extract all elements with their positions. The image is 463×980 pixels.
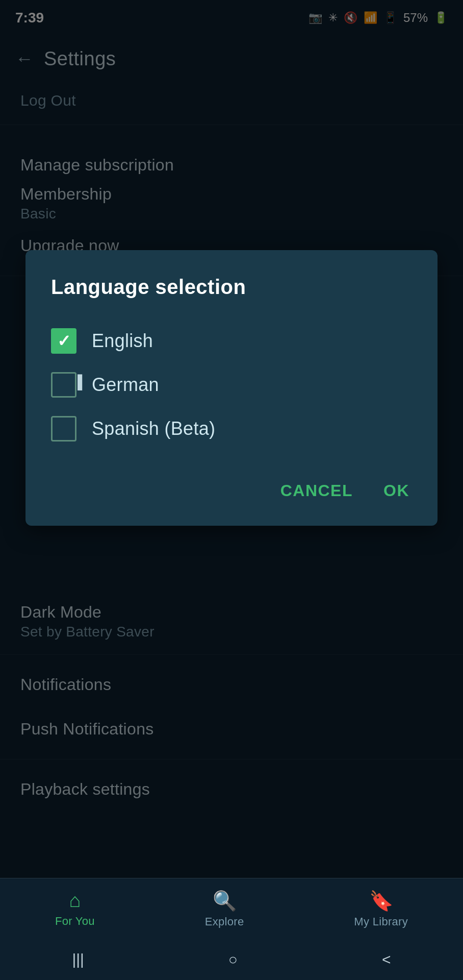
language-option-spanish[interactable]: Spanish (Beta) xyxy=(51,407,412,451)
home-button[interactable]: ○ xyxy=(228,951,238,968)
cancel-button[interactable]: CANCEL xyxy=(278,476,355,505)
checkbox-spanish[interactable] xyxy=(51,416,76,442)
language-label-german: German xyxy=(92,374,159,396)
system-navigation: ||| ○ < xyxy=(0,939,463,980)
language-dialog: Language selection ✓ English German ▌ Sp… xyxy=(25,250,438,526)
nav-label-my-library: My Library xyxy=(354,915,408,928)
checkmark-english: ✓ xyxy=(57,333,71,349)
recent-apps-button[interactable]: ||| xyxy=(72,951,84,968)
nav-item-for-you[interactable]: ⌂ For You xyxy=(55,890,95,928)
library-icon: 🔖 xyxy=(369,890,393,912)
back-nav-button[interactable]: < xyxy=(382,951,391,968)
dialog-actions: CANCEL OK xyxy=(51,466,412,505)
checkbox-german[interactable] xyxy=(51,372,76,398)
home-icon: ⌂ xyxy=(69,890,81,912)
nav-label-explore: Explore xyxy=(205,915,244,928)
language-label-english: English xyxy=(92,330,153,352)
nav-item-my-library[interactable]: 🔖 My Library xyxy=(354,890,408,928)
cursor-indicator: ▌ xyxy=(78,374,87,390)
dialog-title: Language selection xyxy=(51,276,412,299)
nav-label-for-you: For You xyxy=(55,915,95,928)
explore-icon: 🔍 xyxy=(213,890,237,912)
language-option-german[interactable]: German ▌ xyxy=(51,363,412,407)
nav-item-explore[interactable]: 🔍 Explore xyxy=(205,890,244,928)
checkbox-english[interactable]: ✓ xyxy=(51,328,76,354)
ok-button[interactable]: OK xyxy=(381,476,412,505)
language-label-spanish: Spanish (Beta) xyxy=(92,418,215,439)
bottom-navigation: ⌂ For You 🔍 Explore 🔖 My Library xyxy=(0,878,463,939)
language-option-english[interactable]: ✓ English xyxy=(51,319,412,363)
